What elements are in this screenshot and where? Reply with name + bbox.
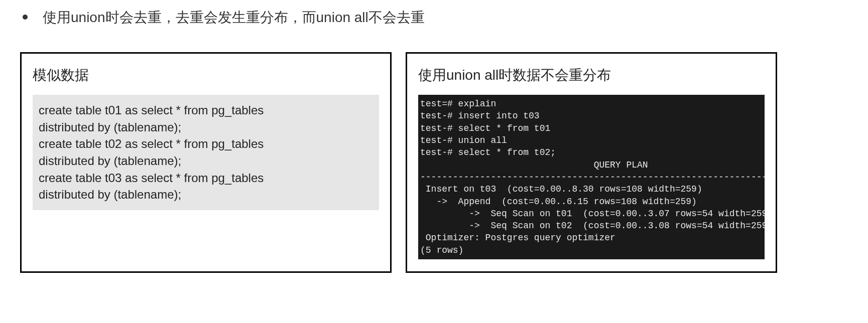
right-code-block: test=# explain test-# insert into t03 te… <box>418 95 765 259</box>
bullet-dot-icon <box>23 15 28 20</box>
bullet-text: 使用union时会去重，去重会发生重分布，而union all不会去重 <box>43 8 425 27</box>
left-panel-title: 模似数据 <box>33 66 379 85</box>
left-panel: 模似数据 create table t01 as select * from p… <box>20 52 392 273</box>
right-panel: 使用union all时数据不会重分布 test=# explain test-… <box>406 52 777 273</box>
bullet-item: 使用union时会去重，去重会发生重分布，而union all不会去重 <box>23 8 853 27</box>
left-code-block: create table t01 as select * from pg_tab… <box>33 95 379 210</box>
right-panel-title: 使用union all时数据不会重分布 <box>418 66 765 85</box>
panels-container: 模似数据 create table t01 as select * from p… <box>15 52 853 273</box>
